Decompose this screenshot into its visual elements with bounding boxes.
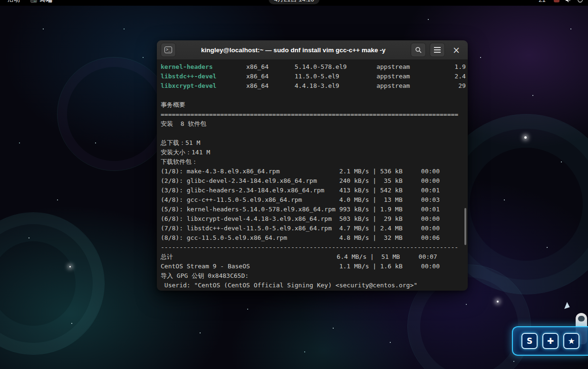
package-row: libxcrypt-devel x86_64 4.4.18-3.el9 apps… (161, 81, 464, 91)
package-table: kernel-headers x86_64 5.14.0-578.el9 app… (161, 62, 464, 91)
output-lines: 事务概要 ===================================… (161, 91, 464, 290)
terminal-line: (8/8): gcc-11.5.0-5.el9.x86_64.rpm 4.8 M… (161, 233, 464, 243)
package-name: libxcrypt-devel (161, 82, 216, 89)
terminal-line: 安装大小：141 M (161, 148, 464, 157)
terminal-line: ========================================… (161, 110, 464, 119)
package-details: x86_64 4.4.18-3.el9 appstream 29 k (216, 82, 468, 89)
scrollbar[interactable] (464, 208, 466, 245)
nebula-swirl (57, 57, 171, 171)
package-row: libstdc++-devel x86_64 11.5.0-5.el9 apps… (161, 72, 464, 81)
terminal-line: 安装 8 软件包 (161, 119, 464, 129)
wallpaper-spark (562, 302, 569, 309)
bright-star (69, 266, 71, 267)
terminal-line: 导入 GPG 公钥 0x8483C65D: (161, 271, 464, 281)
terminal-line (161, 129, 464, 138)
terminal-line: Userid: "CentOS (CentOS Official Signing… (161, 281, 464, 290)
hud-star-icon: ★ (563, 333, 579, 349)
bright-star (524, 136, 527, 139)
top-bar: 活动 >_ 终端 4月21日 14:16 21° (0, 0, 588, 6)
window-title: kingley@localhost:~ — sudo dnf install v… (180, 47, 407, 54)
terminal-line: (7/8): libstdc++-devel-11.5.0-5.el9.x86_… (161, 224, 464, 233)
bright-star (497, 301, 499, 303)
package-details: x86_64 5.14.0-578.el9 appstream 1.9 M (213, 63, 468, 70)
terminal-line: (6/8): libxcrypt-devel-4.4.18-3.el9.x86_… (161, 214, 464, 224)
terminal-line: ----------------------------------------… (161, 243, 464, 252)
terminal-line: 事务概要 (161, 100, 464, 110)
terminal-icon: >_ (164, 47, 172, 53)
hud-s-icon: S (521, 333, 538, 349)
recording-indicator-icon (554, 0, 559, 2)
terminal-line: CentOS Stream 9 - BaseOS 1.1 MB/s | 1.6 … (161, 262, 464, 271)
close-button[interactable]: × (449, 43, 464, 57)
close-icon: × (453, 46, 460, 55)
focused-app-name: 终端 (40, 0, 52, 4)
clock-button[interactable]: 4月21日 14:16 (269, 0, 320, 4)
package-details: x86_64 11.5.0-5.el9 appstream 2.4 M (216, 73, 468, 80)
terminal-line: 总计 6.4 MB/s | 51 MB 00:07 (161, 252, 464, 262)
temperature-indicator: 21° (539, 0, 548, 3)
terminal-line: (3/8): glibc-headers-2.34-184.el9.x86_64… (161, 186, 464, 195)
package-name: kernel-headers (161, 63, 213, 70)
focused-app-menu[interactable]: >_ 终端 (30, 0, 52, 4)
terminal-headerbar[interactable]: >_ kingley@localhost:~ — sudo dnf instal… (157, 40, 468, 60)
power-icon[interactable] (577, 0, 583, 3)
terminal-line: (4/8): gcc-c++-11.5.0-5.el9.x86_64.rpm 4… (161, 195, 464, 205)
terminal-line: (5/8): kernel-headers-5.14.0-578.el9.x86… (161, 205, 464, 214)
package-row: kernel-headers x86_64 5.14.0-578.el9 app… (161, 62, 464, 72)
terminal-app-icon: >_ (30, 0, 37, 3)
hud-panel-graphic: S ✚ ★ (512, 326, 588, 356)
package-name: libstdc++-devel (161, 73, 216, 80)
hud-cross-icon: ✚ (542, 333, 559, 349)
terminal-line (161, 91, 464, 100)
terminal-line: (1/8): make-4.3-8.el9.x86_64.rpm 2.1 MB/… (161, 167, 464, 176)
terminal-line: 总下载：51 M (161, 138, 464, 148)
new-terminal-tab-button[interactable]: >_ (161, 43, 176, 57)
activities-button[interactable]: 活动 (5, 0, 23, 5)
search-icon (415, 47, 422, 53)
hamburger-menu-icon (434, 49, 441, 50)
terminal-line: 下载软件包： (161, 157, 464, 167)
terminal-window: >_ kingley@localhost:~ — sudo dnf instal… (157, 40, 468, 291)
terminal-line: (2/8): glibc-devel-2.34-184.el9.x86_64.r… (161, 176, 464, 186)
menu-button[interactable] (430, 43, 445, 57)
search-button[interactable] (411, 43, 426, 57)
nebula-swirl (0, 212, 105, 355)
terminal-output[interactable]: kernel-headers x86_64 5.14.0-578.el9 app… (157, 60, 468, 291)
volume-icon[interactable] (565, 0, 571, 3)
